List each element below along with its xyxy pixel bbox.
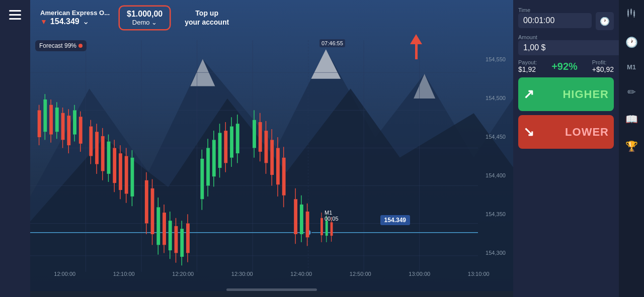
svg-rect-126: [276, 148, 280, 184]
svg-rect-135: [300, 205, 303, 234]
svg-rect-27: [49, 105, 53, 135]
svg-rect-78: [163, 213, 166, 245]
svg-rect-93: [200, 159, 204, 199]
profit-column: Profit: +$0,92: [592, 59, 614, 73]
svg-rect-129: [282, 158, 286, 195]
m1-timeframe[interactable]: M1: [627, 63, 636, 71]
y-label-6: 154,300: [478, 250, 513, 256]
top-bar: American Express O... ▼ 154.349 ⌄ $1.000…: [30, 0, 513, 35]
demo-label: Demo ⌄: [132, 19, 157, 26]
right-icon-bar: 🕐 M1 ✏ 📖 🏆: [619, 0, 644, 297]
m1-marker: M1 00:05: [325, 210, 339, 222]
higher-button[interactable]: ↗ HIGHER: [518, 77, 614, 111]
svg-rect-96: [206, 148, 210, 185]
x-axis: 12:00:00 12:10:00 12:20:00 12:30:00 12:4…: [30, 271, 513, 277]
right-panel: Time 🕐 Amount $ Payout: $1,92 +92% Profi…: [513, 0, 619, 297]
svg-rect-72: [151, 188, 154, 234]
price-tag: 154.349: [380, 215, 410, 225]
profit-label: Profit:: [592, 59, 614, 65]
clock-button[interactable]: 🕐: [596, 12, 614, 30]
svg-rect-33: [61, 113, 65, 140]
arrow-head: [410, 34, 422, 44]
asset-price: 154.349: [50, 17, 79, 26]
top-up-button[interactable]: Top up your account: [185, 9, 229, 27]
svg-rect-39: [73, 110, 76, 134]
asset-dropdown-chevron[interactable]: ⌄: [83, 17, 89, 26]
svg-rect-60: [119, 153, 122, 190]
svg-rect-114: [253, 120, 256, 148]
candles-container[interactable]: [30, 40, 478, 272]
svg-rect-30: [55, 108, 59, 132]
y-axis: 154,550 154,500 154,450 154,400 154,350 …: [478, 0, 513, 297]
chart-time-label: 07:46:55: [319, 39, 345, 47]
svg-rect-63: [125, 156, 128, 194]
svg-rect-111: [236, 124, 239, 153]
annotation-arrow: [410, 34, 422, 59]
svg-rect-54: [107, 142, 111, 174]
forecast-badge: Forecast 99%: [35, 40, 87, 51]
svg-rect-42: [79, 117, 83, 144]
svg-rect-57: [113, 148, 116, 183]
svg-rect-99: [212, 140, 216, 176]
x-label-6: 12:50:00: [350, 271, 371, 277]
demo-account-button[interactable]: $1.000,00 Demo ⌄: [120, 7, 170, 29]
asset-selector[interactable]: American Express O... ▼ 154.349 ⌄: [40, 9, 110, 26]
lower-icon: ↘: [523, 124, 535, 140]
chart-scrollbar[interactable]: [226, 288, 317, 291]
price-direction-icon: ▼: [40, 18, 47, 26]
higher-label: HIGHER: [562, 88, 609, 101]
time-row: Time 🕐: [518, 5, 614, 30]
forecast-text: Forecast 99%: [39, 42, 76, 49]
higher-icon: ↗: [523, 86, 535, 102]
lower-label: LOWER: [565, 126, 609, 139]
demo-amount: $1.000,00: [127, 10, 163, 19]
amount-label: Amount: [518, 34, 614, 40]
lower-button[interactable]: ↘ LOWER: [518, 115, 614, 149]
time-input[interactable]: [518, 13, 592, 28]
svg-rect-102: [218, 133, 222, 168]
svg-rect-81: [169, 221, 172, 250]
y-label-3: 154,450: [478, 134, 513, 140]
history-icon[interactable]: 🕐: [625, 36, 638, 48]
profit-value: +$0,92: [592, 65, 614, 73]
svg-rect-150: [627, 11, 629, 16]
x-label-7: 13:00:00: [409, 271, 430, 277]
svg-rect-132: [294, 199, 297, 234]
svg-rect-24: [43, 100, 47, 132]
svg-rect-147: [331, 222, 333, 236]
candlestick-chart-icon[interactable]: [626, 8, 637, 21]
demo-chevron-icon: ⌄: [151, 19, 157, 26]
payout-value: $1,92: [518, 65, 537, 73]
svg-rect-141: [320, 218, 323, 235]
left-sidebar: [0, 0, 30, 297]
svg-rect-123: [270, 140, 274, 175]
arrow-stem: [415, 44, 418, 59]
svg-rect-105: [224, 131, 227, 163]
svg-rect-69: [145, 180, 148, 224]
asset-name: American Express O...: [40, 9, 110, 17]
svg-rect-108: [230, 127, 233, 158]
book-icon[interactable]: 📖: [625, 113, 638, 125]
hamburger-menu[interactable]: [9, 10, 21, 20]
time-section: Time: [518, 7, 592, 28]
candlestick-chart: [30, 40, 478, 272]
svg-rect-45: [89, 127, 93, 156]
y-label-1: 154,550: [478, 56, 513, 62]
time-label: Time: [518, 7, 592, 13]
payout-label: Payout:: [518, 59, 537, 65]
amount-input[interactable]: [518, 40, 629, 55]
svg-rect-36: [67, 116, 70, 145]
payout-profit-row: Payout: $1,92 +92% Profit: +$0,92: [518, 59, 614, 73]
amount-row: $: [518, 40, 614, 55]
svg-rect-48: [95, 132, 99, 164]
svg-rect-21: [38, 110, 41, 137]
x-label-3: 12:20:00: [172, 271, 194, 277]
amount-section: Amount $: [518, 34, 614, 55]
trophy-icon[interactable]: 🏆: [625, 140, 638, 152]
edit-icon[interactable]: ✏: [627, 86, 636, 98]
y-label-2: 154,500: [478, 95, 513, 101]
x-label-1: 12:00:00: [54, 271, 75, 277]
chart-area: American Express O... ▼ 154.349 ⌄ $1.000…: [30, 0, 513, 297]
svg-rect-153: [630, 10, 632, 14]
payout-percent: +92%: [539, 61, 590, 72]
